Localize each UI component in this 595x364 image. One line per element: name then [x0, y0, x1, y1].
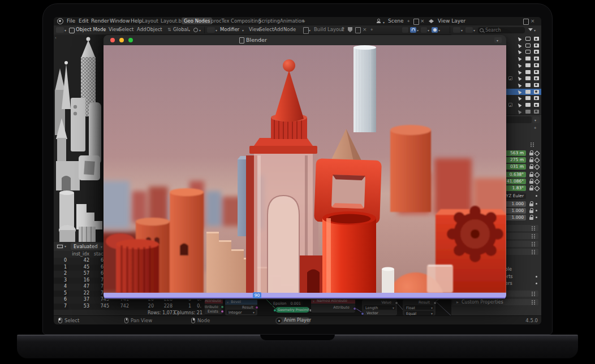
menu-file[interactable]: File [67, 18, 75, 24]
table-row[interactable]: 7 53 745 742 20 228 1 0. [54, 304, 205, 310]
socket-attribute-icon[interactable] [221, 305, 224, 309]
frame-scrubber[interactable]: 90 [104, 293, 506, 298]
vector-math-operation-dropdown[interactable]: Length ▾ [364, 305, 395, 310]
camera-icon[interactable] [534, 63, 539, 67]
camera-icon[interactable] [534, 44, 539, 47]
camera-icon[interactable] [534, 103, 539, 107]
scene-icon[interactable] [376, 19, 381, 24]
view-layer-name[interactable]: View Layer [438, 18, 465, 24]
viewport-menu-select[interactable]: Select [119, 27, 133, 33]
scene-unlink-icon[interactable]: × [420, 18, 425, 24]
properties-options-button[interactable]: ▾ [533, 116, 540, 123]
screen-icon[interactable] [525, 103, 531, 107]
anim-player-badge[interactable]: ✕ Anim Player [275, 317, 311, 324]
camera-icon[interactable] [534, 70, 539, 74]
nodes-menu-select[interactable]: Select [259, 27, 274, 33]
window-header-collapse-button[interactable]: ▾ [494, 37, 502, 43]
socket-result-icon[interactable] [433, 301, 437, 305]
camera-icon[interactable] [534, 57, 539, 60]
outliner-search[interactable] [478, 27, 525, 33]
render-window-titlebar[interactable]: Blender ▾ [104, 35, 506, 46]
camera-icon[interactable] [534, 96, 539, 100]
proportional-edit-icon[interactable] [421, 27, 427, 33]
animate-dot-icon[interactable] [536, 210, 537, 211]
lock-icon[interactable] [529, 188, 533, 190]
socket-value-icon[interactable] [395, 301, 398, 305]
view-layer-copy-icon[interactable] [523, 19, 529, 25]
camera-icon[interactable] [534, 83, 539, 87]
transform-panel-grip-icon[interactable] [531, 142, 532, 144]
editor-type-nodes-icon[interactable] [207, 27, 215, 33]
lock-icon[interactable] [529, 166, 533, 169]
socket-attribute-icon[interactable] [353, 307, 356, 310]
current-frame-badge[interactable]: 90 [253, 292, 261, 298]
screen-icon[interactable] [525, 90, 531, 94]
properties-pin-icon[interactable]: ⌖ [534, 125, 537, 131]
view-layer-icon[interactable] [429, 19, 434, 23]
stop-icon[interactable]: ✕ [277, 318, 282, 323]
socket-result-icon[interactable] [255, 306, 258, 309]
render-window[interactable]: Blender ▾ [104, 35, 506, 300]
screen-icon[interactable] [525, 70, 531, 74]
checkbox-icon[interactable]: ✓ [508, 76, 512, 80]
fake-user-shield-icon[interactable] [348, 27, 352, 32]
node-named-attribute-2[interactable]: ▾ Named Attribute Attribute [311, 298, 355, 313]
tab-geo-nodes[interactable]: Geo Nodes [182, 18, 212, 24]
socket-exists-icon[interactable] [221, 310, 224, 313]
node-vector-math[interactable]: Value Length ▾ Vector [362, 300, 397, 315]
animate-dot-icon[interactable] [536, 195, 537, 197]
bevel-type-dropdown[interactable]: Integer ▾ [227, 310, 256, 314]
node-geometry-proximity[interactable]: Geometry Proximity [275, 307, 309, 313]
scene-name[interactable]: Scene [388, 18, 403, 24]
screen-icon[interactable] [525, 37, 531, 41]
compare-type-dropdown[interactable]: Float ▾ [404, 305, 434, 310]
camera-icon[interactable] [534, 50, 539, 54]
screen-icon[interactable] [525, 96, 531, 100]
animate-dot-icon[interactable] [536, 203, 537, 205]
close-traffic-light[interactable] [110, 38, 115, 42]
column-header-inst-idx[interactable]: inst_idx [72, 252, 89, 257]
filter-funnel-icon[interactable] [528, 28, 533, 31]
lock-icon[interactable] [529, 210, 533, 213]
scene-chevron-icon[interactable]: ▾ [383, 21, 385, 24]
viewport-3d[interactable]: ‹ [54, 34, 104, 242]
viewport-menu-add[interactable]: Add [137, 27, 146, 33]
minimize-traffic-light[interactable] [119, 38, 124, 42]
node-named-attribute-1[interactable]: Named Attribute Attribute Exists [205, 298, 223, 314]
parent-snap-icon[interactable] [402, 27, 408, 33]
tab-add-workspace[interactable]: + [299, 18, 308, 24]
camera-icon[interactable] [534, 110, 539, 114]
screen-icon[interactable] [525, 76, 531, 80]
nodes-menu-add[interactable]: Add [274, 27, 283, 33]
node-tree-icon[interactable] [303, 27, 309, 34]
scene-copy-icon[interactable] [413, 19, 419, 25]
zoom-traffic-light[interactable] [128, 38, 133, 42]
node-tree-unlink-icon[interactable]: × [363, 27, 367, 33]
screen-icon[interactable] [525, 44, 531, 47]
editor-type-viewport-icon[interactable] [56, 27, 64, 33]
socket-geometry-icon[interactable] [273, 309, 277, 312]
outliner-display-mode-icon[interactable] [453, 27, 460, 33]
lock-icon[interactable] [529, 217, 533, 220]
scene-pin-icon[interactable]: ⌖ [407, 18, 410, 24]
nodes-menu-node[interactable]: Node [283, 27, 296, 33]
camera-icon[interactable] [534, 90, 539, 94]
editor-type-spreadsheet-icon[interactable] [56, 244, 64, 249]
mode-dropdown[interactable]: Object Mode [76, 27, 106, 33]
view-layer-unlink-icon[interactable]: × [531, 18, 535, 24]
camera-icon[interactable] [534, 76, 539, 80]
outliner-search-input[interactable] [485, 27, 521, 33]
lock-icon[interactable] [529, 181, 533, 184]
snap-magnet-icon[interactable] [410, 27, 416, 33]
tab-layout[interactable]: Layout [140, 18, 161, 24]
screen-icon[interactable] [525, 110, 531, 114]
overlays-icon[interactable] [432, 27, 438, 33]
lock-icon[interactable] [529, 174, 533, 177]
node-tree-name[interactable]: Build Layout [314, 27, 344, 33]
lock-icon[interactable] [529, 159, 533, 162]
blender-logo-icon[interactable] [57, 18, 63, 24]
epsilon-field[interactable]: Epsilon 0.001 [271, 301, 303, 306]
outliner-filter-id-icon[interactable] [465, 27, 473, 33]
screen-icon[interactable] [525, 57, 531, 60]
animate-dot-icon[interactable] [536, 276, 537, 278]
